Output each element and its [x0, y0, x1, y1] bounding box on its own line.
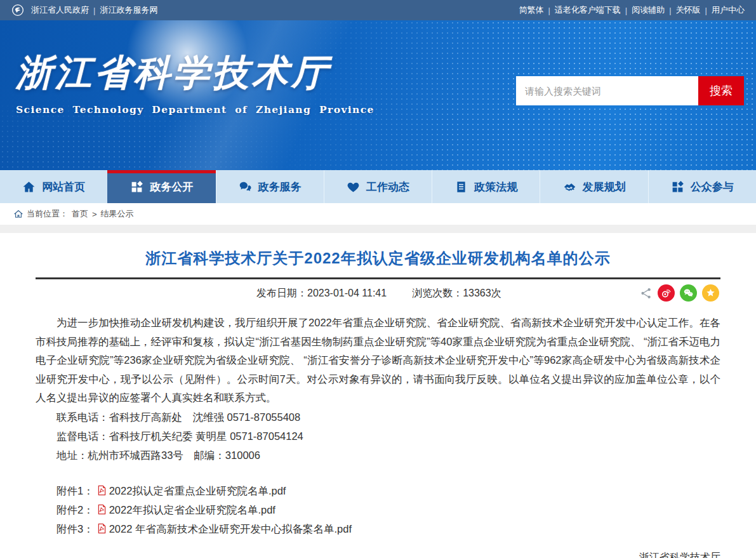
- top-utility-bar: 浙江省人民政府 | 浙江政务服务网 简繁体 | 适老化客户端下载 | 阅读辅助 …: [0, 0, 756, 20]
- site-name-english: Science Technology Department of Zhejian…: [16, 103, 375, 116]
- share-buttons: [640, 284, 719, 302]
- attachment-link[interactable]: 2022拟认定省重点企业研究院名单.pdf: [109, 481, 286, 500]
- topbar-right: 简繁体 | 适老化客户端下载 | 阅读辅助 | 关怀版 | 用户中心: [519, 4, 745, 16]
- nav-item-policies-regulations[interactable]: 政策法规: [432, 170, 540, 203]
- main-navigation: 网站首页 政务公开 政务服务 工作动态 政策法规 发展规划 公众参与: [0, 170, 756, 203]
- pdf-file-icon: [96, 523, 107, 534]
- signature-block: 浙江省科学技术厅 2022年12月31日: [36, 547, 720, 558]
- view-count: 浏览次数：13363次: [412, 287, 501, 300]
- topbar-separator: |: [705, 6, 707, 15]
- article-meta: 发布日期：2023-01-04 11:41 浏览次数：13363次: [36, 279, 720, 307]
- nav-item-label: 网站首页: [42, 180, 85, 194]
- link-user-center[interactable]: 用户中心: [712, 4, 745, 16]
- search-button[interactable]: 搜索: [698, 76, 744, 105]
- signature-department: 浙江省科学技术厅: [36, 547, 720, 558]
- topbar-separator: |: [669, 6, 671, 15]
- attachment-label: 附件2：: [56, 500, 94, 519]
- breadcrumb-home-link[interactable]: 首页: [72, 208, 88, 220]
- nav-item-gov-services[interactable]: 政务服务: [216, 170, 324, 203]
- site-logo: 浙江省科学技术厅 Science Technology Department o…: [16, 51, 375, 116]
- pdf-file-icon: [96, 504, 107, 515]
- grid-icon: [130, 180, 143, 194]
- home-icon: [22, 180, 36, 194]
- publish-date-label: 发布日期：: [256, 288, 307, 298]
- chat-bubbles-icon: [239, 180, 252, 194]
- weibo-share-icon[interactable]: [658, 284, 675, 302]
- link-simplified-traditional[interactable]: 简繁体: [519, 4, 543, 16]
- article-title: 浙江省科学技术厅关于2022年拟认定省级企业研发机构名单的公示: [36, 248, 720, 269]
- breadcrumb-current[interactable]: 结果公示: [101, 208, 134, 220]
- article-content: 浙江省科学技术厅关于2022年拟认定省级企业研发机构名单的公示 发布日期：202…: [0, 248, 756, 558]
- heart-icon: [347, 180, 360, 194]
- contact-phone: 联系电话：省科技厅高新处 沈维强 0571-87055408: [36, 408, 720, 427]
- article-paragraph: 为进一步加快推动企业研发机构建设，我厅组织开展了2022年省重点企业研究院、省企…: [36, 314, 720, 408]
- link-care-version[interactable]: 关怀版: [676, 4, 701, 16]
- wechat-share-icon[interactable]: [680, 284, 697, 302]
- nav-item-label: 工作动态: [366, 180, 409, 194]
- breadcrumb-home-icon: [14, 209, 23, 218]
- topbar-separator: |: [93, 6, 95, 15]
- handshake-icon: [563, 180, 576, 194]
- nav-item-label: 公众参与: [691, 180, 734, 194]
- site-banner: 浙江省科学技术厅 Science Technology Department o…: [0, 20, 756, 170]
- topbar-separator: |: [625, 6, 627, 15]
- link-provincial-government[interactable]: 浙江省人民政府: [31, 4, 89, 16]
- government-emblem-icon: [11, 4, 24, 17]
- attachment-row: 附件2： 2022年拟认定省企业研究院名单.pdf: [36, 500, 720, 519]
- topbar-left: 浙江省人民政府 | 浙江政务服务网: [11, 4, 157, 17]
- pdf-file-icon: [96, 485, 107, 496]
- nav-item-label: 政务公开: [150, 180, 193, 194]
- nav-item-label: 发展规划: [583, 180, 626, 194]
- topbar-separator: |: [548, 6, 550, 15]
- document-icon: [454, 180, 468, 194]
- nav-item-development-plans[interactable]: 发展规划: [540, 170, 647, 203]
- attachment-label: 附件1：: [56, 481, 94, 500]
- breadcrumb-label: 当前位置：: [27, 208, 68, 220]
- publish-date-value: 2023-01-04 11:41: [307, 288, 387, 298]
- qzone-share-icon[interactable]: [702, 284, 719, 302]
- nav-item-gov-info-disclosure[interactable]: 政务公开: [107, 170, 215, 203]
- link-elderly-client-download[interactable]: 适老化客户端下载: [555, 4, 621, 16]
- search-input[interactable]: [516, 76, 698, 105]
- publish-date: 发布日期：2023-01-04 11:41: [256, 287, 387, 300]
- attachment-link[interactable]: 2022年拟认定省企业研究院名单.pdf: [109, 500, 275, 519]
- grid-icon: [671, 180, 684, 194]
- nav-item-work-updates[interactable]: 工作动态: [324, 170, 432, 203]
- contact-info: 联系电话：省科技厅高新处 沈维强 0571-87055408 监督电话：省科技厅…: [36, 408, 720, 465]
- attachment-link[interactable]: 2022 年省高新技术企业研究开发中心拟备案名单.pdf: [109, 519, 352, 538]
- view-count-value: 13363次: [463, 288, 501, 298]
- nav-item-label: 政策法规: [474, 180, 517, 194]
- link-gov-service-site[interactable]: 浙江政务服务网: [100, 4, 157, 16]
- link-reading-assist[interactable]: 阅读辅助: [632, 4, 665, 16]
- breadcrumb: 当前位置： 首页 > 结果公示: [0, 203, 756, 225]
- nav-item-label: 政务服务: [258, 180, 302, 194]
- nav-item-home[interactable]: 网站首页: [0, 170, 107, 203]
- attachment-row: 附件1： 2022拟认定省重点企业研究院名单.pdf: [36, 481, 720, 500]
- view-count-label: 浏览次数：: [412, 288, 463, 298]
- attachments: 附件1： 2022拟认定省重点企业研究院名单.pdf 附件2： 2022年拟认定…: [36, 481, 720, 538]
- supervision-phone: 监督电话：省科技厅机关纪委 黄明星 0571-87054124: [36, 427, 720, 446]
- site-name-chinese: 浙江省科学技术厅: [16, 51, 375, 94]
- breadcrumb-separator: >: [92, 209, 97, 219]
- address-line: 地址：杭州市环城西路33号 邮编：310006: [36, 446, 720, 465]
- site-search: 搜索: [516, 76, 744, 105]
- share-icon[interactable]: [640, 287, 653, 300]
- attachment-label: 附件3：: [56, 519, 94, 538]
- attachment-row: 附件3： 2022 年省高新技术企业研究开发中心拟备案名单.pdf: [36, 519, 720, 538]
- nav-item-public-participation[interactable]: 公众参与: [648, 170, 756, 203]
- section-divider-strip: [0, 225, 756, 233]
